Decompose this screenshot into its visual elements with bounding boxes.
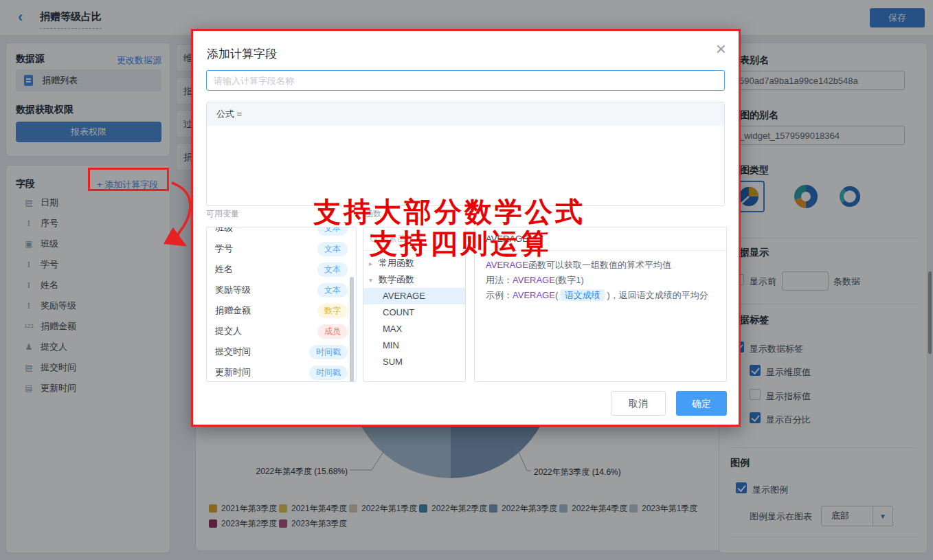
formula-editor[interactable]: 公式 = — [206, 102, 725, 206]
confirm-button[interactable]: 确定 — [676, 391, 727, 416]
type-tag: 文本 — [317, 242, 348, 256]
variable-name: 更新时间 — [215, 366, 251, 379]
variable-row[interactable]: 提交人成员 — [207, 321, 356, 341]
modal-title: 添加计算字段 — [207, 46, 277, 62]
variable-row[interactable]: 捐赠金额数字 — [207, 300, 356, 321]
variable-name: 班级 — [215, 227, 233, 234]
type-tag: 成员 — [317, 324, 348, 339]
variable-row[interactable]: 更新时间时间戳 — [207, 362, 356, 382]
function-item-min[interactable]: MIN — [363, 337, 465, 354]
type-tag: 文本 — [317, 283, 348, 298]
type-tag: 时间戳 — [309, 366, 348, 380]
type-tag: 文本 — [317, 262, 348, 277]
variable-name: 奖励等级 — [215, 284, 251, 296]
variable-name: 捐赠金额 — [215, 304, 251, 317]
variables-label: 可用变量 — [206, 208, 239, 220]
function-item-sum[interactable]: SUM — [363, 354, 465, 370]
example-field-tag: 语文成绩 — [561, 289, 605, 301]
function-doc-example: 示例：AVERAGE( 语文成绩 )，返回语文成绩的平均分 — [486, 288, 715, 303]
variables-list: 班级文本 学号文本 姓名文本 奖励等级文本 捐赠金额数字 提交人成员 提交时间时… — [206, 227, 357, 382]
variable-row[interactable]: 提交时间时间戳 — [207, 341, 356, 362]
function-doc-usage: 用法：AVERAGE(数字1) — [486, 273, 715, 288]
function-item-max[interactable]: MAX — [363, 321, 465, 337]
variable-name: 提交人 — [215, 325, 242, 337]
annotation-text-2: 支持四则运算 — [370, 225, 551, 262]
variable-row[interactable]: 学号文本 — [207, 238, 356, 259]
function-item-average[interactable]: AVERAGE — [363, 288, 465, 304]
function-item-count[interactable]: COUNT — [363, 304, 465, 321]
variable-row[interactable]: 姓名文本 — [207, 259, 356, 280]
function-group-label: 数学函数 — [379, 274, 414, 284]
type-tag: 数字 — [317, 304, 348, 318]
variables-scrollbar[interactable] — [350, 277, 354, 382]
variable-name: 姓名 — [215, 263, 233, 276]
calc-field-name-input[interactable] — [206, 70, 725, 91]
variable-name: 提交时间 — [215, 346, 251, 358]
type-tag: 时间戳 — [309, 345, 348, 359]
formula-label: 公式 = — [207, 102, 724, 126]
close-icon[interactable]: × — [716, 39, 726, 58]
chevron-down-icon: ▾ — [369, 272, 379, 289]
function-group-math[interactable]: ▾数学函数 — [363, 271, 465, 288]
cancel-button[interactable]: 取消 — [611, 391, 666, 416]
variable-name: 学号 — [215, 243, 233, 255]
variable-row[interactable]: 奖励等级文本 — [207, 280, 356, 300]
